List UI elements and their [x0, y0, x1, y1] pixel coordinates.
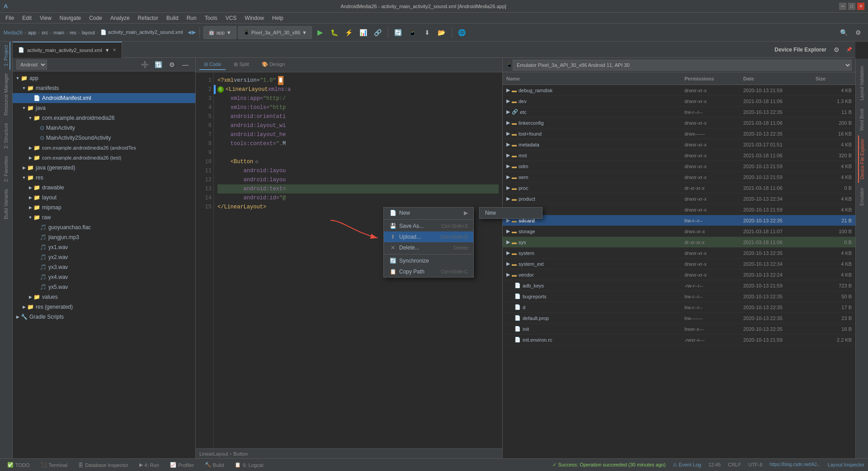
device-select-button[interactable]: 📱 Pixel_3a_API_30_x86 ▼ — [238, 26, 312, 39]
dfe-row-proc[interactable]: ▶▬proc dr-xr-xr-x 2021-03-18 11:06 0 B — [503, 183, 855, 193]
dfe-device-select[interactable]: Emulator Pixel_3a_API_30_x86 Android 11,… — [513, 60, 852, 71]
dfe-settings-button[interactable]: ⚙ — [830, 43, 843, 56]
sync-button[interactable]: 🔄 — [392, 26, 405, 39]
tree-item-yx3[interactable]: 🎵 yx3.wav — [13, 262, 195, 272]
translate-button[interactable]: 🌐 — [456, 26, 468, 39]
menu-refactor[interactable]: Refactor — [134, 14, 162, 22]
dfe-row-metadata[interactable]: ▶▬metadata drwxr-xr-x 2021-03-17 01:51 4… — [503, 139, 855, 150]
dfe-row-storage[interactable]: ▶▬storage drwx-xr-x 2021-03-18 11:07 100… — [503, 226, 855, 237]
tree-item-package[interactable]: ▼ 📁 com.example.androidmedia26 — [13, 113, 195, 123]
dfe-row-linkerconfig[interactable]: ▶▬linkerconfig drwxr-xr-x 2021-03-18 11:… — [503, 118, 855, 128]
toggle-res[interactable]: ▼ — [21, 175, 27, 180]
favorites-tab[interactable]: 2: Favorites — [2, 152, 10, 185]
dfe-row-odm[interactable]: ▶▬odm drwxr-xr-x 2020-10-13 21:59 4 KB — [503, 161, 855, 172]
dfe-row-system[interactable]: ▶▬system drwxr-xr-x 2020-10-13 22:35 4 K… — [503, 248, 855, 259]
device-file-explorer-tab[interactable]: Device File Explorer — [858, 135, 866, 183]
tree-item-mainactivity2[interactable]: ⊙ MainActivity2SoundActivity — [13, 133, 195, 143]
structure-tab[interactable]: 2: Structure — [2, 119, 10, 152]
menu-code[interactable]: Code — [85, 14, 106, 22]
dfe-row-adb-keys[interactable]: 📄adb_keys -rw-r--r-- 2020-10-13 21:59 72… — [503, 280, 855, 291]
tree-item-values[interactable]: ▶ 📁 values — [13, 292, 195, 302]
tree-item-app[interactable]: ▼ 📁 app — [13, 73, 195, 83]
dir-toggle-sys[interactable]: ▶ — [506, 239, 510, 245]
toggle-values[interactable]: ▶ — [27, 295, 33, 299]
resource-manager-tab[interactable]: Resource Manager — [2, 70, 10, 119]
minimize-button[interactable]: ─ — [839, 3, 846, 10]
dfe-row-oem[interactable]: ▶▬oem drwxr-xr-x 2020-10-13 21:59 4 KB — [503, 172, 855, 183]
ctx-upload[interactable]: ⬆ Upload... Ctrl+Shift+O — [384, 231, 473, 242]
tree-item-drawable[interactable]: ▶ 📁 drawable — [13, 183, 195, 193]
breadcrumb-button[interactable]: Button — [233, 451, 248, 457]
toggle-mipmap[interactable]: ▶ — [27, 205, 33, 210]
build-variants-tab[interactable]: Build Variants — [2, 185, 10, 223]
android-dropdown[interactable]: Android — [16, 60, 47, 70]
tab-split[interactable]: ⊞ Split — [229, 60, 253, 70]
tree-item-mipmap[interactable]: ▶ 📁 mipmap — [13, 203, 195, 212]
menu-help[interactable]: Help — [269, 14, 287, 22]
tree-item-yx4[interactable]: 🎵 yx4.wav — [13, 272, 195, 282]
bottom-tab-db-inspector[interactable]: 🗄 Database Inspector — [75, 459, 132, 471]
project-structure[interactable]: 📂 — [435, 26, 448, 39]
tree-item-yx1[interactable]: 🎵 yx1.wav — [13, 242, 195, 252]
tree-item-package-test2[interactable]: ▶ 📁 com.example.androidmedia26 (test) — [13, 153, 195, 163]
toggle-manifests[interactable]: ▼ — [21, 86, 27, 90]
panel-minimize-button[interactable]: — — [179, 58, 192, 71]
toggle-gradle[interactable]: ▶ — [14, 315, 21, 319]
dir-toggle-vendor[interactable]: ▶ — [506, 272, 510, 278]
dfe-row-defaultprop[interactable]: 📄default.prop lrw------- 2020-10-13 22:3… — [503, 313, 855, 324]
dir-toggle-product[interactable]: ▶ — [506, 196, 510, 202]
ctx-new-item[interactable]: New — [480, 207, 542, 218]
menu-file[interactable]: File — [2, 14, 18, 22]
search-everywhere-button[interactable]: 🔍 — [837, 26, 850, 39]
dir-toggle-lost[interactable]: ▶ — [506, 131, 510, 137]
tree-item-package-test[interactable]: ▶ 📁 com.example.androidmedia26 (androidT… — [13, 143, 195, 153]
dfe-row-mnt[interactable]: ▶▬mnt drwxr-xr-x 2021-03-18 11:06 320 B — [503, 150, 855, 161]
dir-toggle-oem[interactable]: ▶ — [506, 174, 510, 180]
tree-item-java[interactable]: ▼ 📁 java — [13, 103, 195, 113]
tree-item-androidmanifest[interactable]: 📄 AndroidManifest.xml — [13, 93, 195, 103]
ctx-copy-path[interactable]: 📋 Copy Path Ctrl+Shift+C — [384, 266, 473, 277]
breadcrumb-app[interactable]: app — [28, 30, 36, 35]
menu-build[interactable]: Build — [163, 14, 182, 22]
status-crlf[interactable]: CRLF — [728, 462, 741, 468]
dfe-row-bugreports[interactable]: 📄bugreports lrw-r--r-- 2020-10-13 22:35 … — [503, 291, 855, 302]
dfe-row-init[interactable]: 📄init lrwxr-x--- 2020-10-13 22:35 16 B — [503, 324, 855, 334]
tree-item-flac[interactable]: 🎵 guoyuanchao.flac — [13, 222, 195, 232]
toggle-res-gen[interactable]: ▶ — [21, 305, 27, 309]
dfe-row-dev[interactable]: ▶▬dev drwxr-xr-x 2021-03-18 11:06 1.3 KB — [503, 96, 855, 107]
dfe-row-vendor[interactable]: ▶▬vendor drwxr-xr-x 2020-10-13 22:24 4 K… — [503, 269, 855, 280]
tab-code[interactable]: ⊟ Code — [199, 60, 226, 70]
toggle-raw[interactable]: ▼ — [27, 215, 33, 220]
menu-navigate[interactable]: Navigate — [56, 14, 85, 22]
dfe-row-system-ext[interactable]: ▶▬system_ext drwxr-xr-x 2020-10-13 22:34… — [503, 259, 855, 269]
toggle-drawable[interactable]: ▶ — [27, 185, 33, 190]
menu-tools[interactable]: Tools — [201, 14, 221, 22]
back-nav-icon[interactable]: ◀ — [188, 29, 191, 35]
dir-toggle-etc[interactable]: ▶ — [506, 109, 510, 115]
sdk-manager[interactable]: ⬇ — [421, 26, 434, 39]
dfe-row-init-environ[interactable]: 📄init.environ.rc -rwxr-x--- 2020-10-13 2… — [503, 334, 855, 345]
debug-button[interactable]: 🐛 — [328, 26, 341, 39]
toggle-package[interactable]: ▼ — [27, 116, 33, 120]
tree-item-res[interactable]: ▼ 📁 res — [13, 173, 195, 183]
tree-item-res-gen[interactable]: ▶ 📁 res (generated) — [13, 302, 195, 312]
ctx-save-as[interactable]: 💾 Save As... Ctrl+Shift+S — [384, 221, 473, 231]
emulator-tab[interactable]: Emulator — [859, 184, 865, 209]
tree-item-mp3[interactable]: 🎵 jiangjun.mp3 — [13, 232, 195, 242]
dfe-row-res[interactable]: ▶▬res drwxr-xr-x 2020-10-13 21:59 4 KB — [503, 204, 855, 215]
new-module-button[interactable]: ➕ — [138, 58, 151, 71]
run-with-coverage[interactable]: ⚡ — [343, 26, 355, 39]
breadcrumb-src[interactable]: src — [42, 30, 48, 35]
dir-toggle-mnt[interactable]: ▶ — [506, 152, 510, 158]
tree-item-java-gen[interactable]: ▶ 📁 java (generated) — [13, 163, 195, 173]
file-tab-close-button[interactable]: ✕ — [113, 47, 116, 52]
menu-view[interactable]: View — [36, 14, 55, 22]
profile-button[interactable]: 📊 — [357, 26, 370, 39]
dir-toggle-linker[interactable]: ▶ — [506, 120, 510, 126]
toggle-java[interactable]: ▼ — [21, 106, 27, 110]
dir-toggle-debug[interactable]: ▶ — [506, 87, 510, 93]
dfe-row-etc[interactable]: ▶🔗etc lrw-r--r-- 2020-10-13 22:35 11 B — [503, 107, 855, 118]
app-run-config-button[interactable]: 🤖 app ▼ — [203, 26, 236, 39]
dir-toggle-sysext[interactable]: ▶ — [506, 261, 510, 267]
event-log-link[interactable]: ⚠ Event Log — [673, 462, 701, 468]
